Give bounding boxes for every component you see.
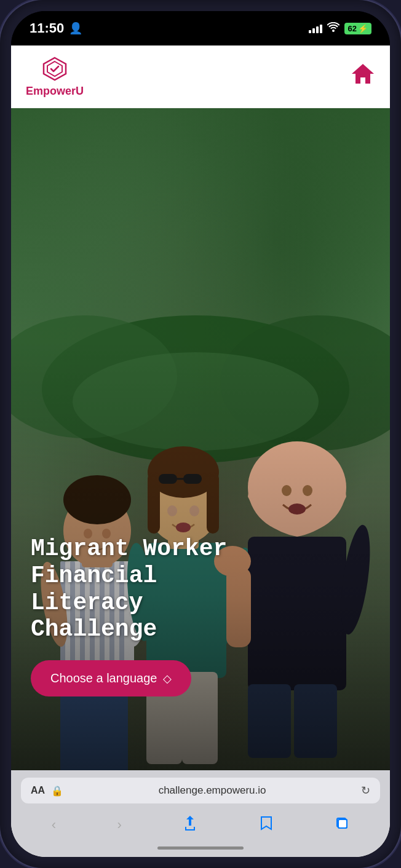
- app-header: EmpowerU: [11, 45, 390, 108]
- hero-area: Migrant Worker Financial Literacy Challe…: [11, 108, 390, 770]
- forward-button[interactable]: ›: [110, 815, 129, 835]
- cta-chevron-icon: ◇: [163, 672, 172, 685]
- tabs-button[interactable]: [327, 813, 357, 837]
- bookmarks-button[interactable]: [252, 812, 281, 838]
- svg-rect-52: [338, 819, 347, 828]
- battery-indicator: 62⚡: [344, 23, 371, 34]
- status-time: 11:50 👤: [30, 20, 82, 36]
- status-indicators: 62⚡: [309, 22, 371, 35]
- signal-bar-4: [320, 25, 322, 33]
- hero-title: Migrant Worker Financial Literacy Challe…: [31, 535, 370, 643]
- font-size-control[interactable]: AA: [31, 785, 45, 796]
- logo-area: EmpowerU: [26, 55, 84, 98]
- notch: [151, 11, 250, 33]
- lock-icon: 🔒: [51, 785, 63, 797]
- phone-frame: 11:50 👤 62⚡: [0, 0, 401, 868]
- phone-screen: 11:50 👤 62⚡: [11, 11, 390, 857]
- url-display[interactable]: challenge.empoweru.io: [69, 784, 355, 797]
- logo-text-plain: Empower: [26, 85, 76, 97]
- logo-text: EmpowerU: [26, 85, 84, 98]
- cta-label: Choose a language: [50, 671, 157, 685]
- address-bar[interactable]: AA 🔒 challenge.empoweru.io ↻: [21, 778, 380, 803]
- wifi-icon: [327, 22, 339, 35]
- logo-icon: [41, 55, 68, 82]
- svg-marker-1: [47, 61, 62, 76]
- person-icon: 👤: [69, 22, 82, 35]
- signal-bar-1: [309, 30, 311, 33]
- choose-language-button[interactable]: Choose a language ◇: [31, 660, 191, 696]
- share-button[interactable]: [175, 812, 205, 838]
- reload-button[interactable]: ↻: [361, 784, 370, 797]
- browser-navigation: ‹ ›: [21, 810, 380, 843]
- signal-bar-2: [312, 28, 315, 33]
- home-button[interactable]: [351, 63, 375, 90]
- hero-text-area: Migrant Worker Financial Literacy Challe…: [31, 535, 370, 696]
- app-content: EmpowerU: [11, 45, 390, 857]
- browser-bar: AA 🔒 challenge.empoweru.io ↻ ‹ ›: [11, 770, 390, 857]
- status-bar: 11:50 👤 62⚡: [11, 11, 390, 45]
- back-button[interactable]: ‹: [44, 815, 63, 835]
- signal-bar-3: [316, 26, 319, 33]
- home-indicator: [157, 846, 244, 850]
- logo-text-accent: U: [76, 85, 84, 97]
- signal-strength: [309, 23, 322, 33]
